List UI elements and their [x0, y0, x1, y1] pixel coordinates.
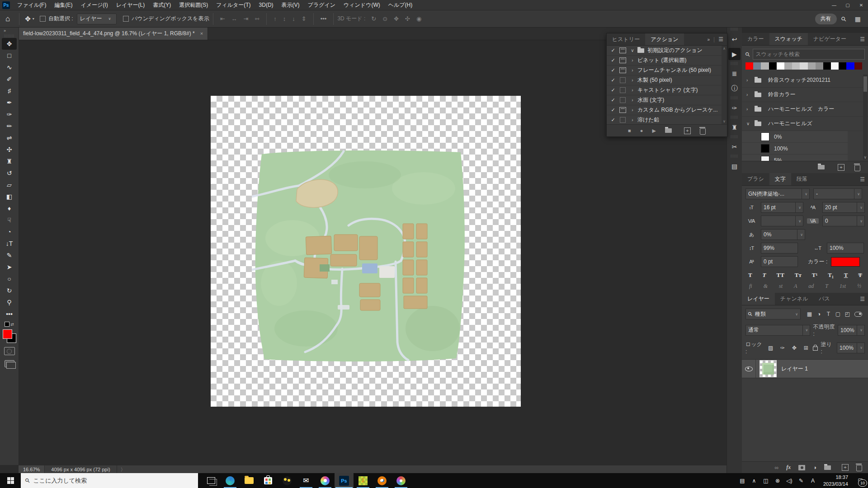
new-layer-icon[interactable]: + [842, 464, 849, 471]
recent-swatch-0[interactable] [745, 62, 753, 70]
new-folder-icon[interactable] [665, 128, 672, 133]
chevron-icon[interactable]: ∨ [746, 121, 751, 126]
blend-mode-select[interactable]: 通常∨ [745, 325, 810, 336]
panel-menu-icon[interactable]: ☰ [860, 36, 865, 42]
document-canvas[interactable] [211, 96, 521, 407]
move-tool-preset-icon[interactable]: ✥ [23, 15, 33, 23]
swatches-scrollbar[interactable] [863, 75, 868, 160]
action-dialog-toggle[interactable] [618, 77, 627, 83]
color-replacement-brush-tool[interactable]: ⇌ [2, 132, 17, 144]
auto-select-checkbox[interactable] [40, 16, 46, 22]
action-row[interactable]: ✓›溶けた鉛 [607, 115, 722, 124]
tab-swatches[interactable]: スウォッチ [769, 33, 808, 45]
tracking-input[interactable]: 0∨ [822, 216, 865, 226]
opentype-button-0[interactable]: fi [749, 283, 752, 290]
lock-artboard-icon[interactable]: ⊞ [802, 345, 810, 351]
info-panel-icon[interactable]: ⓘ [728, 82, 741, 94]
link-layers-icon[interactable]: ∞ [775, 465, 779, 471]
scroll-up-icon[interactable]: ∧ [723, 47, 726, 51]
filter-shape-icon[interactable]: ▢ [834, 311, 842, 317]
taskbar-app-paint-app[interactable] [392, 473, 410, 488]
layer-style-icon[interactable]: fx [786, 464, 791, 471]
pen-tool[interactable]: ✎ [2, 249, 17, 261]
lock-all-icon[interactable] [813, 347, 817, 351]
distribute-icon-1[interactable]: ↕ [280, 15, 289, 22]
tab-actions[interactable]: アクション [645, 33, 684, 45]
vertical-scale-input[interactable]: 99% [761, 243, 798, 253]
taskbar-search-input[interactable]: ⚲ ここに入力して検索 [21, 473, 198, 488]
panel-menu-icon[interactable]: ☰ [860, 176, 865, 183]
action-row[interactable]: ✓›フレームチャンネル (50 pixel) [607, 66, 722, 75]
type-style-strikethrough-button[interactable]: T [858, 272, 862, 279]
actions-panel-icon[interactable]: ▶ [728, 48, 741, 60]
clone-stamp-tool[interactable]: ♜ [2, 155, 17, 167]
recent-swatch-11[interactable] [831, 62, 839, 70]
eraser-tool[interactable]: ▱ [2, 179, 17, 191]
taskbar-app-edge[interactable] [221, 473, 240, 488]
menu-item-1[interactable]: 編集(E) [50, 0, 76, 10]
swatch-item[interactable]: 0% [742, 131, 848, 143]
quick-mask-icon[interactable] [4, 347, 15, 355]
menu-item-0[interactable]: ファイル(F) [13, 0, 50, 10]
mode-3d-icon-3[interactable]: ✣ [402, 15, 413, 22]
maximize-button[interactable]: ▢ [841, 0, 854, 10]
opentype-button-1[interactable]: & [764, 283, 768, 290]
tool-presets-panel-icon[interactable]: ✂ [728, 141, 741, 153]
tab-close-icon[interactable]: × [200, 31, 203, 36]
action-check-icon[interactable]: ✓ [609, 117, 618, 123]
filter-toggle-icon[interactable] [854, 312, 862, 317]
new-action-icon[interactable]: + [684, 127, 691, 134]
menu-item-7[interactable]: 3D(D) [255, 0, 278, 10]
align-icon-0[interactable]: ⇤ [217, 15, 228, 22]
new-swatch-icon[interactable]: + [838, 164, 844, 171]
taskbar-app-map-tool[interactable]: ⇩ [354, 473, 373, 488]
swatch-item[interactable]: 100% [742, 143, 848, 155]
screen-mode-icon[interactable] [5, 360, 14, 367]
taskbar-app-media-player[interactable] [316, 473, 335, 488]
mode-3d-icon-2[interactable]: ✥ [391, 15, 402, 22]
more-options-icon[interactable]: ••• [317, 15, 330, 22]
taskbar-app-mail[interactable]: ✉ [297, 473, 316, 488]
taskbar-app-microsoft-store[interactable] [259, 473, 278, 488]
new-group-icon[interactable] [818, 165, 825, 169]
action-dialog-toggle[interactable] [618, 107, 627, 113]
taskbar-app-task-view[interactable] [202, 473, 221, 488]
action-expand-icon[interactable]: › [627, 98, 637, 103]
lock-transparent-icon[interactable]: ▨ [767, 345, 774, 351]
recent-swatch-9[interactable] [816, 62, 823, 70]
action-row[interactable]: ✓›キャストシャドウ (文字) [607, 85, 722, 95]
bounding-box-checkbox[interactable] [123, 16, 129, 22]
blur-tool[interactable]: ♦ [2, 202, 17, 214]
layer-row[interactable]: レイヤー 1 [742, 359, 868, 378]
paint-bucket-tool[interactable]: ◧ [2, 191, 17, 202]
scroll-down-icon[interactable]: ∨ [863, 155, 867, 160]
recent-swatch-13[interactable] [846, 62, 854, 70]
network-icon[interactable]: ⊗ [772, 473, 783, 488]
menu-item-4[interactable]: 書式(Y) [149, 0, 175, 10]
move-tool[interactable]: ✥ [2, 38, 17, 50]
libraries-panel-icon[interactable]: ▤ [728, 160, 741, 172]
menu-item-5[interactable]: 選択範囲(S) [175, 0, 212, 10]
delete-icon[interactable] [700, 128, 706, 135]
brush-settings-panel-icon[interactable]: ✑ [728, 102, 741, 114]
align-icon-3[interactable]: ⇿ [251, 15, 263, 22]
action-dialog-toggle[interactable] [618, 57, 627, 63]
action-check-icon[interactable]: ✓ [609, 47, 618, 53]
pen-icon[interactable]: ✎ [795, 473, 807, 488]
action-expand-icon[interactable]: › [627, 58, 637, 63]
recent-swatch-4[interactable] [777, 62, 784, 70]
action-check-icon[interactable]: ✓ [609, 57, 618, 63]
ellipse-tool[interactable]: ○ [2, 273, 17, 285]
action-row[interactable]: ✓›カスタム RGB からグレースケ... [607, 105, 722, 115]
panel-grip[interactable]: |||||| [731, 27, 738, 32]
pencil-tool[interactable]: ✏ [2, 120, 17, 132]
chevron-icon[interactable]: › [746, 107, 751, 112]
swatch-group-row[interactable]: ›鈴音カラー [742, 88, 868, 102]
collapse-panel-icon[interactable]: » [708, 37, 710, 42]
tab-paths[interactable]: パス [813, 293, 835, 305]
delete-layer-icon[interactable] [856, 465, 862, 471]
action-dialog-toggle[interactable] [618, 47, 627, 53]
action-dialog-toggle[interactable] [618, 97, 627, 103]
tab-color[interactable]: カラー [742, 33, 769, 45]
panel-grip[interactable]: |||||| [731, 135, 738, 139]
